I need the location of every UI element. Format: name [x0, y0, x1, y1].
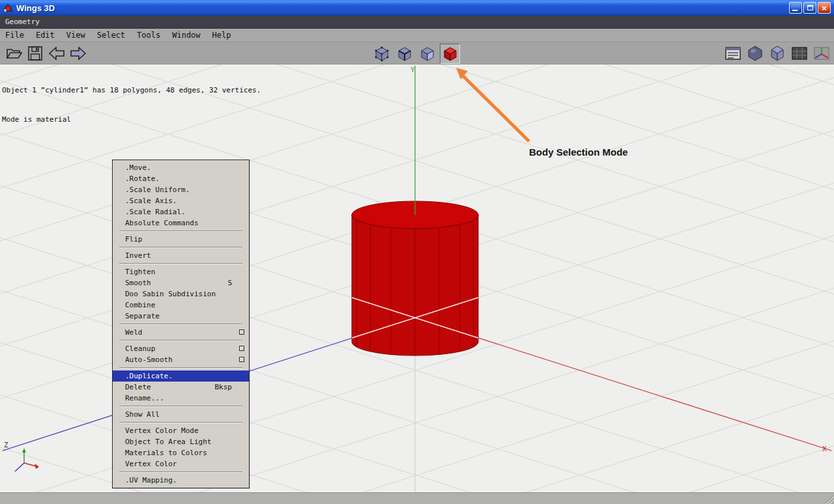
edge-selection-mode-button[interactable] [394, 44, 414, 64]
x-axis-label: X [822, 445, 827, 453]
menu-item-uv-mapping[interactable]: .UV Mapping. [113, 475, 249, 486]
menu-item-scale-radial[interactable]: .Scale Radial. [113, 206, 249, 217]
menu-item-vertex-color-mode[interactable]: Vertex Color Mode [113, 425, 249, 436]
menu-help[interactable]: Help [207, 29, 237, 42]
maximize-icon [807, 5, 813, 10]
forward-arrow-icon [70, 45, 87, 62]
back-arrow-icon [48, 45, 65, 62]
minimize-button[interactable] [789, 2, 802, 14]
menu-item-invert[interactable]: Invert [113, 250, 249, 261]
menu-separator [119, 367, 242, 369]
menu-item-tighten[interactable]: Tighten [113, 266, 249, 277]
status-bar: L: Duplicate; move along std. axis M: Du… [0, 492, 834, 504]
axes-toggle-icon [813, 45, 830, 62]
menu-item-cleanup[interactable]: Cleanup [113, 343, 249, 354]
menu-file[interactable]: File [0, 29, 30, 42]
menu-item-weld[interactable]: Weld [113, 327, 249, 338]
selection-mode-group [371, 44, 460, 64]
menu-item-smooth[interactable]: SmoothS [113, 277, 249, 288]
face-selection-mode-button[interactable] [417, 44, 437, 64]
axis-gizmo-icon [15, 448, 39, 471]
forward-button[interactable] [70, 45, 87, 62]
menu-item-combine[interactable]: Combine [113, 300, 249, 311]
menu-item-vertex-color[interactable]: Vertex Color [113, 458, 249, 469]
shortcut-label: S [227, 277, 232, 288]
body-mode-icon [442, 46, 459, 63]
menu-item-move[interactable]: .Move. [113, 162, 249, 173]
geometry-tab-label[interactable]: Geometry [5, 18, 40, 26]
menu-separator [119, 263, 242, 264]
menu-separator [119, 231, 242, 232]
menu-window[interactable]: Window [166, 29, 206, 42]
smooth-shaded-button[interactable] [747, 45, 764, 62]
menu-separator [119, 324, 242, 325]
annotation-arrow [456, 68, 529, 141]
minimize-icon [792, 10, 798, 11]
title-bar: Wings 3D × [0, 0, 834, 16]
option-box-icon[interactable] [239, 357, 244, 362]
menu-separator [119, 422, 242, 423]
menu-bar: File Edit View Select Tools Window Help [0, 29, 834, 42]
axes-toggle-button[interactable] [813, 45, 830, 62]
menu-view[interactable]: View [61, 29, 91, 42]
menu-item-separate[interactable]: Separate [113, 311, 249, 322]
resize-grip[interactable] [824, 494, 834, 504]
menu-separator [119, 471, 242, 473]
menu-item-rename[interactable]: Rename... [113, 393, 249, 404]
close-button[interactable]: × [818, 2, 831, 14]
menu-tools[interactable]: Tools [131, 29, 166, 42]
menu-item-rotate[interactable]: .Rotate. [113, 173, 249, 184]
close-icon: × [822, 4, 827, 12]
save-icon [27, 45, 44, 62]
app-icon [3, 3, 13, 13]
object-info-line: Object 1 ”cylinder1” has 18 polygons, 48… [2, 85, 261, 95]
menu-select[interactable]: Select [91, 29, 131, 42]
edge-mode-icon [396, 46, 413, 63]
annotation-label: Body Selection Mode [529, 147, 628, 158]
smooth-shaded-icon [747, 45, 764, 62]
menu-item-doo-sabin-subdivision[interactable]: Doo Sabin Subdivision [113, 288, 249, 300]
toolbar [0, 42, 834, 64]
ground-plane-icon [791, 45, 808, 62]
z-axis-label: Z [4, 441, 8, 449]
menu-item-duplicate[interactable]: .Duplicate. [113, 371, 249, 382]
body-selection-mode-button[interactable] [440, 44, 460, 64]
wings3d-window: Wings 3D × Geometry File Edit View Selec… [0, 0, 834, 504]
view-tool-group [725, 45, 830, 62]
save-file-button[interactable] [27, 45, 44, 62]
menu-item-object-to-area-light[interactable]: Object To Area Light [113, 436, 249, 447]
geometry-graph-button[interactable] [725, 45, 741, 62]
flat-shaded-button[interactable] [769, 45, 786, 62]
vertex-mode-icon [373, 46, 390, 63]
menu-item-flip[interactable]: Flip [113, 234, 249, 245]
menu-item-scale-axis[interactable]: .Scale Axis. [113, 195, 249, 206]
viewport: Y X Z Object 1 ”cylinder1” has 18 polygo… [0, 64, 834, 492]
menu-edit[interactable]: Edit [30, 29, 61, 42]
menu-separator [119, 406, 242, 407]
menu-item-scale-uniform[interactable]: .Scale Uniform. [113, 184, 249, 195]
vertex-selection-mode-button[interactable] [371, 44, 392, 64]
menu-separator [119, 247, 242, 248]
viewport-info: Object 1 ”cylinder1” has 18 polygons, 48… [2, 66, 261, 144]
context-menu: .Move. .Rotate. .Scale Uniform. .Scale A… [112, 160, 250, 488]
y-axis-label: Y [410, 66, 415, 74]
flat-shaded-icon [769, 45, 786, 62]
menu-item-absolute-commands[interactable]: Absolute Commands [113, 217, 249, 229]
window-controls: × [789, 2, 831, 14]
back-button[interactable] [48, 45, 65, 62]
menu-item-delete[interactable]: DeleteBksp [113, 382, 249, 393]
menu-separator [119, 340, 242, 341]
face-mode-icon [419, 46, 436, 63]
mode-info-line: Mode is material [2, 115, 261, 124]
menu-item-show-all[interactable]: Show All [113, 409, 249, 420]
window-title: Wings 3D [16, 3, 55, 13]
maximize-button[interactable] [803, 2, 816, 14]
shortcut-label: Bksp [215, 382, 233, 393]
ground-plane-button[interactable] [791, 45, 808, 62]
geometry-tab-bar: Geometry [0, 16, 834, 29]
menu-item-auto-smooth[interactable]: Auto-Smooth [113, 354, 249, 365]
menu-item-materials-to-colors[interactable]: Materials to Colors [113, 447, 249, 458]
open-file-button[interactable] [5, 45, 22, 62]
option-box-icon[interactable] [239, 329, 244, 335]
option-box-icon[interactable] [239, 346, 244, 351]
